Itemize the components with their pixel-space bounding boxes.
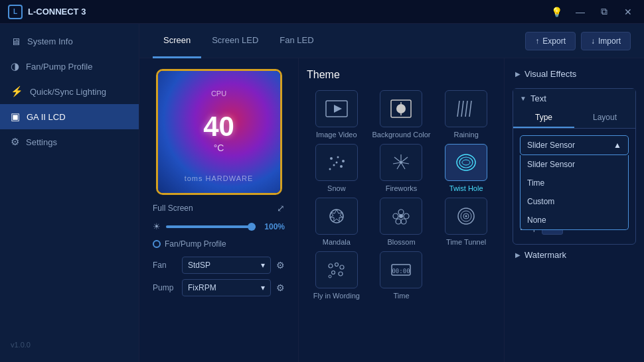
preview-gradient: CPU 40 °C toms HARDWARE — [158, 71, 280, 193]
dropdown-item-time[interactable]: Time — [521, 174, 628, 192]
theme-label-time-tunnel: Time Tunnel — [446, 238, 486, 246]
dropdown-item-none[interactable]: None — [521, 211, 628, 229]
fan-pump-section: Fan StdSP ▾ ⚙ Pump FixRPM ▾ ⚙ — [150, 257, 287, 296]
type-section-content: Slider Sensor ▲ Slider Sensor Time Custo… — [513, 129, 635, 244]
sidebar-label-fan-pump: Fan/Pump Profile — [26, 62, 92, 72]
theme-raining[interactable]: Raining — [436, 90, 496, 139]
theme-label-fireworks: Fireworks — [386, 184, 418, 192]
tab-fan-led[interactable]: Fan LED — [269, 24, 324, 58]
titlebar: L L-CONNECT 3 💡 — ⧉ ✕ — [0, 0, 644, 24]
theme-fireworks[interactable]: Fireworks — [372, 144, 432, 192]
content-area: Screen Screen LED Fan LED ↑ Export ↓ Imp… — [139, 24, 644, 362]
svg-marker-1 — [334, 105, 342, 113]
fullscreen-row: Full Screen ⤢ — [150, 203, 287, 213]
theme-blossom[interactable]: Blossom — [372, 198, 432, 246]
pump-value: FixRPM — [188, 283, 216, 292]
watermark-section[interactable]: ▶ Watermark — [513, 245, 636, 265]
svg-point-35 — [329, 264, 333, 268]
svg-point-39 — [339, 272, 343, 276]
export-icon: ↑ — [535, 36, 539, 46]
type-dropdown-value: Slider Sensor — [527, 141, 575, 150]
svg-point-30 — [399, 214, 403, 218]
sidebar-label-system-info: System Info — [27, 36, 73, 46]
pump-gear-icon[interactable]: ⚙ — [276, 282, 285, 293]
titlebar-right: 💡 — ⧉ ✕ — [546, 4, 639, 20]
pump-select[interactable]: FixRPM ▾ — [182, 279, 271, 296]
minimize-button[interactable]: — — [570, 4, 591, 20]
import-button[interactable]: ↓ Import — [581, 32, 631, 50]
svg-point-10 — [330, 157, 333, 160]
theme-time[interactable]: 00:00 Time — [372, 251, 432, 300]
theme-time-tunnel[interactable]: Time Tunnel — [436, 198, 496, 246]
sidebar-label-ga2-lcd: GA II LCD — [27, 112, 66, 122]
pump-label: Pump — [153, 283, 177, 292]
brightness-value: 100% — [261, 222, 285, 231]
tab-type[interactable]: Type — [513, 108, 574, 128]
dropdown-item-slider-sensor[interactable]: Slider Sensor — [521, 155, 628, 174]
gear-icon: ⚙ — [11, 136, 19, 148]
slider-thumb — [248, 223, 256, 231]
restore-button[interactable]: ⧉ — [594, 4, 615, 20]
svg-point-24 — [400, 161, 402, 164]
theme-fly-in-wording[interactable]: Fly in Wording — [307, 251, 366, 300]
theme-title: Theme — [307, 69, 496, 81]
fan-profile-row: Fan/Pump Profile — [150, 239, 287, 249]
app-version: v1.0.0 — [0, 333, 139, 357]
pump-chevron-icon: ▾ — [261, 283, 265, 292]
theme-icon-bg-color — [380, 90, 422, 127]
theme-bg-color[interactable]: Background Color — [372, 90, 432, 139]
text-chevron-icon: ▼ — [520, 95, 526, 102]
fan-gear-icon[interactable]: ⚙ — [276, 260, 285, 271]
export-button[interactable]: ↑ Export — [525, 32, 576, 50]
tab-layout[interactable]: Layout — [574, 108, 635, 128]
text-section: ▼ Text Type Layout Slider Sensor ▲ — [513, 88, 636, 245]
preview-cpu-label: CPU — [211, 90, 226, 97]
sidebar-item-fan-pump[interactable]: ◑ Fan/Pump Profile — [0, 54, 139, 79]
text-section-header[interactable]: ▼ Text — [513, 89, 635, 108]
lightbulb-button[interactable]: 💡 — [546, 4, 567, 20]
theme-icon-fireworks — [380, 144, 422, 181]
theme-snow[interactable]: Snow — [307, 144, 366, 192]
sidebar-label-quick-sync: Quick/Sync Lighting — [30, 87, 106, 97]
svg-point-11 — [337, 156, 339, 158]
visual-effects-header[interactable]: ▶ Visual Effects — [513, 65, 636, 83]
theme-label-image-video: Image Video — [316, 131, 357, 139]
sidebar-label-settings: Settings — [26, 137, 57, 147]
dropdown-chevron-icon: ▲ — [613, 141, 621, 150]
watermark-label: Watermark — [524, 250, 566, 260]
theme-twist-hole[interactable]: Twist Hole — [436, 144, 496, 192]
dropdown-item-custom[interactable]: Custom — [521, 192, 628, 211]
svg-point-16 — [335, 162, 337, 164]
fan-icon: ◑ — [11, 60, 19, 72]
theme-label-bg-color: Background Color — [372, 131, 430, 139]
fullscreen-icon[interactable]: ⤢ — [277, 203, 285, 213]
theme-mandala[interactable]: Mandala — [307, 198, 366, 246]
theme-image-video[interactable]: Image Video — [307, 90, 366, 139]
sidebar-item-system-info[interactable]: 🖥 System Info — [0, 29, 139, 54]
theme-label-snow: Snow — [327, 184, 346, 192]
content-body: CPU 40 °C toms HARDWARE Full Screen ⤢ ☀ — [139, 58, 644, 362]
svg-point-28 — [396, 219, 401, 224]
sidebar-item-quick-sync[interactable]: ⚡ Quick/Sync Lighting — [0, 79, 139, 104]
preview-unit: °C — [214, 143, 224, 153]
titlebar-left: L L-CONNECT 3 — [8, 5, 86, 19]
sidebar-item-settings[interactable]: ⚙ Settings — [0, 129, 139, 154]
svg-point-27 — [401, 219, 406, 224]
svg-point-13 — [333, 164, 335, 166]
fan-profile-radio[interactable] — [153, 240, 161, 248]
close-button[interactable]: ✕ — [617, 4, 639, 20]
brightness-slider[interactable] — [166, 225, 256, 228]
tab-screen[interactable]: Screen — [153, 24, 201, 58]
theme-label-fly-in-wording: Fly in Wording — [313, 292, 360, 300]
type-layout-tabs: Type Layout — [513, 108, 635, 129]
fan-select[interactable]: StdSP ▾ — [182, 257, 271, 274]
type-dropdown-menu: Slider Sensor Time Custom None — [520, 155, 629, 230]
sidebar-item-ga2-lcd[interactable]: ▣ GA II LCD — [0, 104, 139, 129]
export-label: Export — [542, 36, 566, 46]
type-dropdown-button[interactable]: Slider Sensor ▲ — [520, 135, 629, 155]
svg-point-34 — [465, 215, 467, 217]
preview-temp: 40 — [203, 111, 234, 143]
fan-value: StdSP — [188, 261, 210, 270]
tab-screen-led[interactable]: Screen LED — [201, 24, 269, 58]
theme-label-mandala: Mandala — [323, 238, 351, 246]
